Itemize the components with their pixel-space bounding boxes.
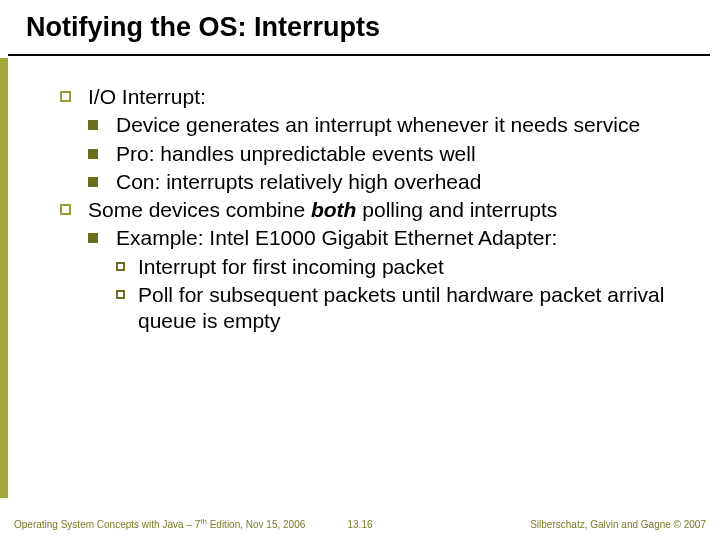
bullet-text: I/O Interrupt:: [88, 85, 206, 108]
bullet-pro: Pro: handles unpredictable events well: [88, 141, 700, 167]
bullet-text: Device generates an interrupt whenever i…: [116, 113, 640, 136]
bullet-device-generates: Device generates an interrupt whenever i…: [88, 112, 700, 138]
title-underline: [8, 54, 710, 56]
bullet-interrupt-first: Interrupt for first incoming packet: [116, 254, 700, 280]
bullet-text: Poll for subsequent packets until hardwa…: [138, 283, 664, 332]
bullet-text: Pro: handles unpredictable events well: [116, 142, 476, 165]
bullet-text: Interrupt for first incoming packet: [138, 255, 444, 278]
bullet-io-interrupt: I/O Interrupt:: [60, 84, 700, 110]
bullet-poll-subsequent: Poll for subsequent packets until hardwa…: [116, 282, 700, 335]
slide-title: Notifying the OS: Interrupts: [26, 12, 700, 43]
accent-bar: [0, 58, 8, 498]
bullet-example-intel: Example: Intel E1000 Gigabit Ethernet Ad…: [88, 225, 700, 251]
bullet-text: Example: Intel E1000 Gigabit Ethernet Ad…: [116, 226, 557, 249]
bullet-combine-both: Some devices combine both polling and in…: [60, 197, 700, 223]
slide: Notifying the OS: Interrupts I/O Interru…: [0, 0, 720, 540]
bullet-text-bold: both: [311, 198, 356, 221]
bullet-text-pre: Some devices combine: [88, 198, 311, 221]
bullet-text: Con: interrupts relatively high overhead: [116, 170, 481, 193]
footer-copyright: Silberschatz, Galvin and Gagne © 2007: [530, 519, 706, 530]
slide-body: I/O Interrupt: Device generates an inter…: [60, 84, 700, 336]
bullet-text-post: polling and interrupts: [356, 198, 557, 221]
bullet-con: Con: interrupts relatively high overhead: [88, 169, 700, 195]
